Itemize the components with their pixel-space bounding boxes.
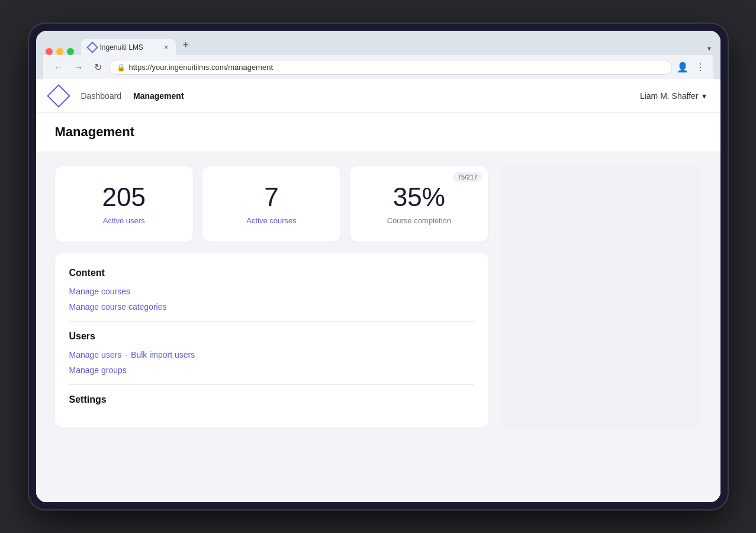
right-panel — [500, 166, 702, 428]
tab-favicon — [86, 41, 98, 53]
nav-management[interactable]: Management — [133, 91, 184, 101]
course-completion-card: 75/217 35% Course completion — [350, 166, 488, 242]
user-dropdown-icon: ▾ — [702, 91, 706, 101]
device-frame: Ingenuiti LMS × + ▾ ← → ↻ 🔒 👤 ⋮ — [29, 24, 728, 509]
browser-tab[interactable]: Ingenuiti LMS × — [81, 39, 176, 55]
active-courses-label: Active courses — [246, 216, 297, 225]
tab-close-button[interactable]: × — [164, 43, 169, 52]
content-section: Content Manage courses Manage course cat… — [55, 253, 488, 428]
back-button[interactable]: ← — [50, 61, 67, 74]
app-logo — [47, 84, 70, 108]
nav-links: Dashboard Management — [81, 91, 184, 101]
tab-dropdown[interactable]: ▾ — [705, 42, 713, 55]
manage-course-categories-link[interactable]: Manage course categories — [69, 302, 474, 312]
stats-cards: 205 Active users 7 Active courses 75/217… — [55, 166, 488, 242]
device-inner: Ingenuiti LMS × + ▾ ← → ↻ 🔒 👤 ⋮ — [36, 31, 720, 502]
page-title: Management — [55, 124, 702, 140]
tab-title: Ingenuiti LMS — [100, 43, 143, 52]
main-content: Management 205 Active users 7 — [36, 113, 720, 502]
course-completion-label: Course completion — [387, 216, 451, 225]
reload-button[interactable]: ↻ — [91, 60, 105, 74]
address-bar: 🔒 — [109, 60, 672, 75]
lock-icon: 🔒 — [117, 63, 126, 72]
users-section-title: Users — [69, 331, 474, 342]
toolbar-right: 👤 ⋮ — [675, 60, 706, 74]
left-panel: 205 Active users 7 Active courses 75/217… — [55, 166, 488, 428]
section-divider — [69, 321, 474, 322]
manage-groups-link[interactable]: Manage groups — [69, 365, 474, 375]
minimize-traffic-light[interactable] — [56, 48, 63, 55]
menu-icon[interactable]: ⋮ — [694, 60, 706, 74]
new-tab-button[interactable]: + — [177, 36, 195, 55]
user-menu[interactable]: Liam M. Shaffer ▾ — [640, 91, 706, 101]
close-traffic-light[interactable] — [46, 48, 53, 55]
active-users-number: 205 — [102, 183, 145, 211]
app-navbar: Dashboard Management Liam M. Shaffer ▾ — [36, 79, 720, 113]
user-name: Liam M. Shaffer — [640, 91, 699, 101]
forward-button[interactable]: → — [70, 61, 87, 74]
nav-dashboard[interactable]: Dashboard — [81, 91, 122, 101]
browser-toolbar: ← → ↻ 🔒 👤 ⋮ — [43, 55, 713, 79]
manage-courses-link[interactable]: Manage courses — [69, 287, 474, 296]
browser-tabs: Ingenuiti LMS × + ▾ — [43, 36, 713, 55]
section-divider-2 — [69, 384, 474, 385]
link-separator: · — [125, 350, 127, 359]
url-input[interactable] — [129, 63, 664, 72]
content-section-title: Content — [69, 268, 474, 278]
browser-content: Dashboard Management Liam M. Shaffer ▾ M… — [36, 79, 720, 502]
active-courses-card: 7 Active courses — [202, 166, 340, 242]
page-header: Management — [36, 113, 720, 152]
active-users-label: Active users — [103, 216, 145, 225]
active-users-card: 205 Active users — [55, 166, 193, 242]
manage-users-link[interactable]: Manage users — [69, 350, 122, 359]
maximize-traffic-light[interactable] — [67, 48, 74, 55]
active-courses-number: 7 — [264, 183, 278, 211]
browser-chrome: Ingenuiti LMS × + ▾ ← → ↻ 🔒 👤 ⋮ — [36, 31, 720, 79]
profile-icon[interactable]: 👤 — [675, 60, 690, 74]
content-area: 205 Active users 7 Active courses 75/217… — [36, 152, 720, 442]
settings-section-title: Settings — [69, 394, 474, 405]
course-completion-number: 35% — [393, 183, 445, 211]
users-inline-links: Manage users · Bulk import users — [69, 350, 474, 359]
bulk-import-users-link[interactable]: Bulk import users — [131, 350, 195, 359]
completion-badge: 75/217 — [453, 172, 482, 182]
